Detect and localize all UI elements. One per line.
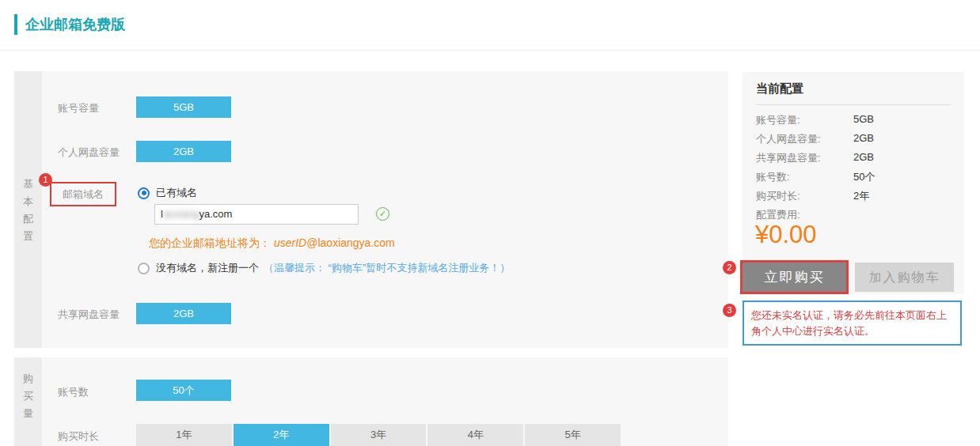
summary-label: 账号容量: [756, 113, 853, 132]
duration-option-3year[interactable]: 3年 [331, 424, 427, 446]
valid-check-icon: ✓ [376, 207, 389, 221]
buy-now-annotation-box: 立即购买 [740, 260, 849, 294]
purchase-duration-options: 1年 2年 3年 4年 5年 [136, 424, 621, 446]
summary-label: 账号数: [756, 170, 853, 189]
buy-now-button[interactable]: 立即购买 [743, 263, 846, 292]
basic-config-panel: 基本配置 账号容量 5GB 个人网盘容量 2GB 1 邮箱域名 已有域名 lao… [14, 71, 728, 348]
email-domain-label: 邮箱域名 [50, 182, 116, 206]
radio-have-domain[interactable]: 已有域名 [138, 186, 197, 200]
domain-input[interactable]: laoxiangya.com [154, 204, 359, 225]
duration-option-1year[interactable]: 1年 [136, 424, 232, 446]
summary-row-account-count: 账号数: 50个 [756, 170, 951, 189]
personal-disk-capacity-option[interactable]: 2GB [136, 141, 231, 162]
purchase-quantity-side-label: 购买量 [21, 370, 35, 422]
email-hint-user: userID [274, 236, 306, 249]
current-config-divider [756, 104, 951, 105]
email-address-hint: 您的企业邮箱地址将为：userID@laoxiangya.com [149, 236, 395, 251]
radio-selected-icon[interactable] [138, 187, 150, 199]
account-capacity-label: 账号容量 [58, 101, 99, 115]
purchase-quantity-side-strip: 购买量 [14, 357, 42, 446]
cart-tip-text: （温馨提示： “购物车”暂时不支持新域名注册业务！） [264, 261, 510, 275]
duration-option-2year-selected[interactable]: 2年 [234, 424, 329, 446]
shared-disk-capacity-option[interactable]: 2GB [136, 303, 231, 324]
summary-value: 2GB [853, 132, 874, 151]
email-hint-prefix: 您的企业邮箱地址将为： [149, 236, 271, 249]
summary-value: 2年 [853, 189, 869, 208]
summary-row-shared-disk: 共享网盘容量: 2GB [756, 151, 951, 170]
current-config-rows: 账号容量: 5GB 个人网盘容量: 2GB 共享网盘容量: 2GB 账号数: 5… [756, 113, 951, 208]
duration-option-4year[interactable]: 4年 [427, 424, 523, 446]
radio-unselected-icon[interactable] [138, 263, 150, 274]
title-divider [0, 50, 980, 51]
summary-label: 购买时长: [756, 189, 853, 208]
annotation-badge-2: 2 [723, 261, 736, 274]
domain-input-blurred: aoxiang [163, 208, 199, 220]
personal-disk-capacity-label: 个人网盘容量 [58, 146, 120, 160]
summary-row-account-capacity: 账号容量: 5GB [756, 113, 951, 132]
add-to-cart-button[interactable]: 加入购物车 [855, 263, 954, 292]
summary-row-personal-disk: 个人网盘容量: 2GB [756, 132, 951, 151]
purchase-duration-label: 购买时长 [58, 429, 99, 444]
domain-input-suffix: ya.com [199, 208, 232, 220]
summary-value: 50个 [853, 170, 875, 189]
radio-no-domain[interactable]: 没有域名，新注册一个 （温馨提示： “购物车”暂时不支持新域名注册业务！） [138, 261, 510, 275]
page-title: 企业邮箱免费版 [14, 14, 125, 35]
shared-disk-capacity-label: 共享网盘容量 [58, 308, 120, 322]
account-capacity-option[interactable]: 5GB [136, 96, 231, 118]
email-hint-domain: @laoxiangya.com [306, 236, 395, 249]
purchase-quantity-panel: 购买量 账号数 50个 购买时长 1年 2年 3年 4年 5年 [14, 357, 728, 446]
summary-row-duration: 购买时长: 2年 [756, 189, 951, 208]
summary-label: 个人网盘容量: [756, 132, 853, 151]
summary-label: 共享网盘容量: [756, 151, 853, 170]
annotation-badge-3: 3 [723, 304, 736, 317]
radio-have-domain-label: 已有域名 [156, 186, 197, 200]
radio-no-domain-label: 没有域名，新注册一个 [156, 261, 259, 275]
current-config-title: 当前配置 [756, 81, 803, 96]
summary-value: 5GB [853, 113, 874, 132]
config-price: ¥0.00 [755, 221, 817, 249]
basic-config-side-label: 基本配置 [21, 176, 35, 245]
account-count-label: 账号数 [58, 385, 89, 399]
summary-value: 2GB [853, 151, 874, 170]
real-name-verification-warning: 您还未实名认证，请务必先前往本页面右上角个人中心进行实名认证。 [743, 300, 962, 346]
duration-option-5year[interactable]: 5年 [525, 424, 621, 446]
account-count-option[interactable]: 50个 [136, 380, 231, 401]
basic-config-side-strip: 基本配置 [14, 71, 42, 348]
